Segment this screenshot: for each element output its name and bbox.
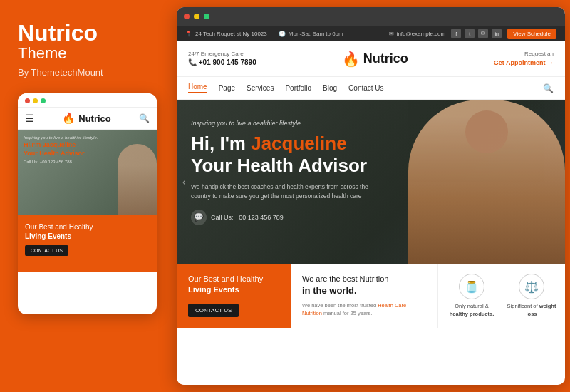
mobile-events-label: Our Best and Healthy Living Events (25, 222, 150, 241)
bottom-bar: Our Best and Healthy Living Events CONTA… (177, 264, 565, 328)
feature-weightloss: ⚖️ Significant of weight loss (507, 274, 556, 318)
linkedin-icon[interactable]: in (492, 29, 502, 38)
brand-name: Nutrico (18, 21, 157, 44)
mobile-hero-subtitle: Inspiring you to live a healthier lifest… (24, 135, 151, 140)
nav-search-icon[interactable]: 🔍 (543, 83, 554, 93)
mobile-dot-red (25, 98, 30, 103)
mobile-logo: 🔥 Nutrico (62, 112, 111, 125)
nutrition-desc: We have been the most trusted Health Car… (302, 301, 426, 318)
site-nav: Home Page Services Portfolio Blog Contac… (177, 77, 565, 100)
facebook-icon[interactable]: f (451, 29, 461, 38)
nav-item-blog[interactable]: Blog (323, 84, 337, 92)
nutrition-title: We are the best Nutrition in the world. (302, 274, 426, 298)
email-icon: ✉ (389, 31, 394, 37)
header-right: Request an Get Appointment → (494, 50, 554, 68)
mobile-dot-green (41, 98, 46, 103)
mobile-search-icon[interactable]: 🔍 (139, 113, 150, 123)
whatsapp-icon: 💬 (191, 210, 207, 225)
natural-icon: 🫙 (459, 274, 484, 299)
site-header: 24/7 Emergency Care 📞 +01 900 145 7890 🔥… (177, 41, 565, 77)
header-emergency: 24/7 Emergency Care 📞 +01 900 145 7890 (188, 50, 256, 68)
nav-items: Home Page Services Portfolio Blog Contac… (188, 83, 384, 93)
hero-description: We handpick the best coaches and health … (191, 182, 383, 201)
hero-heading: Hi, I'm Jacqueline Your Health Advisor (191, 133, 551, 177)
mobile-mockup: ☰ 🔥 Nutrico 🔍 Inspiring you to live a he… (18, 93, 157, 314)
nav-item-portfolio[interactable]: Portfolio (285, 84, 311, 92)
info-hours: 🕐 Mon-Sat: 9am to 6pm (279, 31, 343, 37)
browser-bar (177, 7, 565, 26)
events-title: Our Best and Healthy Living Events (188, 274, 279, 295)
header-phone: 📞 +01 900 145 7890 (188, 58, 256, 68)
mobile-bottom-section: Our Best and Healthy Living Events CONTA… (18, 215, 157, 272)
info-bar-right: ✉ info@example.com f t ✉ in View Schedul… (389, 29, 556, 39)
hero-call: 💬 Call Us: +00 123 456 789 (191, 210, 551, 225)
hero-tagline: Inspiring you to live a healthier lifest… (191, 120, 551, 127)
mobile-dots (25, 98, 46, 103)
clock-icon: 🕐 (279, 31, 286, 37)
browser-dot-red (184, 14, 190, 19)
appointment-link[interactable]: Get Appointment → (494, 58, 554, 68)
weightloss-label: Significant of weight loss (507, 303, 556, 318)
browser-dot-yellow (194, 14, 200, 19)
social-icons: f t ✉ in (451, 29, 502, 38)
hero-section: ‹ Inspiring you to live a healthier life… (177, 100, 565, 264)
brand-subtitle: Theme (18, 44, 157, 63)
info-bar: 📍 24 Tech Roquet st Ny 10023 🕐 Mon-Sat: … (177, 26, 565, 41)
mobile-hero-h1: Hi,I'm Jacqueline Your Health Advisor (24, 141, 151, 158)
header-logo-icon: 🔥 (342, 51, 360, 68)
mobile-hero-cta: Call Us: +00 123 456 788 (24, 160, 151, 164)
brand-by: By ThemetechMount (18, 67, 157, 78)
bottom-nutrition: We are the best Nutrition in the world. … (291, 264, 438, 328)
nav-item-contact[interactable]: Contact Us (348, 84, 383, 92)
health-care-link[interactable]: Health Care Nutrition (302, 302, 406, 316)
nav-item-services[interactable]: Services (247, 84, 274, 92)
weightloss-icon: ⚖️ (519, 274, 544, 299)
location-icon: 📍 (185, 31, 192, 37)
mail-icon[interactable]: ✉ (478, 29, 488, 38)
nav-item-home[interactable]: Home (188, 83, 207, 93)
twitter-icon[interactable]: t (465, 29, 475, 38)
bottom-events: Our Best and Healthy Living Events CONTA… (177, 264, 291, 328)
hamburger-icon[interactable]: ☰ (25, 113, 34, 124)
browser-dot-green (204, 14, 209, 19)
feature-natural: 🫙 Only natural & healthy products. (447, 274, 497, 318)
mobile-dot-yellow (33, 98, 38, 103)
left-panel: Nutrico Theme By ThemetechMount ☰ 🔥 Nutr… (0, 0, 175, 392)
hero-prev-arrow[interactable]: ‹ (182, 176, 186, 187)
natural-label: Only natural & healthy products. (447, 303, 497, 318)
phone-icon: 📞 (188, 58, 197, 66)
nav-item-page[interactable]: Page (219, 84, 235, 92)
mobile-contact-button[interactable]: CONTACT US (25, 245, 68, 256)
hero-content: Inspiring you to live a healthier lifest… (177, 100, 565, 245)
mobile-logo-icon: 🔥 (62, 112, 76, 125)
bottom-features: 🫙 Only natural & healthy products. ⚖️ Si… (438, 264, 565, 328)
mobile-top-bar (18, 93, 157, 108)
desktop-mockup: 📍 24 Tech Roquet st Ny 10023 🕐 Mon-Sat: … (177, 7, 565, 385)
header-logo: 🔥 Nutrico (256, 51, 494, 68)
info-address: 📍 24 Tech Roquet st Ny 10023 (185, 31, 267, 37)
schedule-button[interactable]: View Schedule (507, 29, 556, 39)
info-email: ✉ info@example.com (389, 31, 446, 37)
mobile-nav: ☰ 🔥 Nutrico 🔍 (18, 108, 157, 130)
mobile-hero: Inspiring you to live a healthier lifest… (18, 130, 157, 215)
mobile-hero-text: Inspiring you to live a healthier lifest… (18, 130, 157, 169)
contact-us-button[interactable]: CONTACT US (188, 304, 239, 317)
